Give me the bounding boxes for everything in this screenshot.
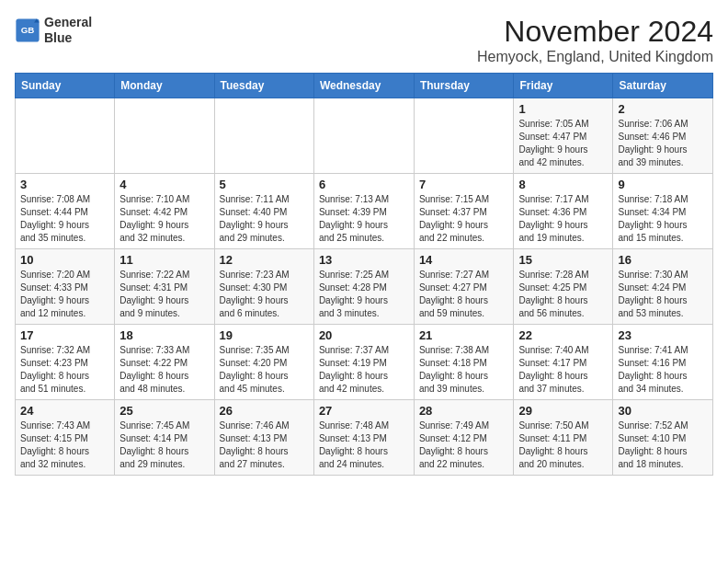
page-header: GB General Blue November 2024 Hemyock, E…	[15, 15, 713, 65]
day-info: Sunrise: 7:11 AM Sunset: 4:40 PM Dayligh…	[220, 193, 309, 245]
calendar-cell: 1Sunrise: 7:05 AM Sunset: 4:47 PM Daylig…	[514, 98, 613, 174]
day-info: Sunrise: 7:46 AM Sunset: 4:13 PM Dayligh…	[220, 419, 309, 471]
month-title: November 2024	[477, 15, 713, 49]
day-number: 13	[319, 253, 409, 267]
calendar-cell: 18Sunrise: 7:33 AM Sunset: 4:22 PM Dayli…	[115, 325, 214, 400]
day-info: Sunrise: 7:27 AM Sunset: 4:27 PM Dayligh…	[419, 269, 509, 320]
logo: GB General Blue	[15, 15, 92, 46]
day-number: 5	[220, 178, 309, 191]
calendar-week-4: 17Sunrise: 7:32 AM Sunset: 4:23 PM Dayli…	[16, 325, 713, 400]
day-number: 16	[618, 253, 708, 267]
calendar-cell: 6Sunrise: 7:13 AM Sunset: 4:39 PM Daylig…	[313, 174, 414, 249]
calendar-cell: 2Sunrise: 7:06 AM Sunset: 4:46 PM Daylig…	[613, 98, 713, 174]
day-number: 25	[119, 404, 209, 418]
calendar-table: SundayMondayTuesdayWednesdayThursdayFrid…	[15, 73, 713, 476]
day-info: Sunrise: 7:40 AM Sunset: 4:17 PM Dayligh…	[518, 344, 608, 396]
header-sunday: Sunday	[16, 74, 115, 98]
calendar-cell: 26Sunrise: 7:46 AM Sunset: 4:13 PM Dayli…	[214, 400, 313, 476]
day-number: 6	[319, 178, 409, 191]
calendar-cell: 7Sunrise: 7:15 AM Sunset: 4:37 PM Daylig…	[414, 174, 514, 249]
calendar-cell: 29Sunrise: 7:50 AM Sunset: 4:11 PM Dayli…	[514, 400, 613, 476]
calendar-cell	[214, 98, 313, 174]
svg-text:GB: GB	[21, 25, 35, 35]
calendar-cell: 17Sunrise: 7:32 AM Sunset: 4:23 PM Dayli…	[16, 325, 115, 400]
day-number: 9	[618, 178, 708, 191]
day-number: 21	[419, 328, 509, 342]
calendar-cell: 21Sunrise: 7:38 AM Sunset: 4:18 PM Dayli…	[414, 325, 514, 400]
header-tuesday: Tuesday	[214, 74, 313, 98]
day-info: Sunrise: 7:18 AM Sunset: 4:34 PM Dayligh…	[618, 193, 708, 245]
day-number: 19	[220, 328, 309, 342]
day-number: 23	[618, 328, 708, 342]
calendar-cell: 30Sunrise: 7:52 AM Sunset: 4:10 PM Dayli…	[613, 400, 713, 476]
day-number: 29	[518, 404, 608, 418]
day-number: 8	[518, 178, 608, 191]
day-number: 28	[419, 404, 509, 418]
calendar-week-1: 1Sunrise: 7:05 AM Sunset: 4:47 PM Daylig…	[16, 98, 713, 174]
day-info: Sunrise: 7:52 AM Sunset: 4:10 PM Dayligh…	[618, 419, 708, 471]
day-info: Sunrise: 7:06 AM Sunset: 4:46 PM Dayligh…	[618, 118, 708, 169]
location-title: Hemyock, England, United Kingdom	[477, 49, 713, 65]
calendar-cell: 22Sunrise: 7:40 AM Sunset: 4:17 PM Dayli…	[514, 325, 613, 400]
calendar-cell: 15Sunrise: 7:28 AM Sunset: 4:25 PM Dayli…	[514, 249, 613, 325]
calendar-cell: 20Sunrise: 7:37 AM Sunset: 4:19 PM Dayli…	[313, 325, 414, 400]
header-saturday: Saturday	[613, 74, 713, 98]
day-info: Sunrise: 7:38 AM Sunset: 4:18 PM Dayligh…	[419, 344, 509, 396]
day-number: 18	[119, 328, 209, 342]
day-info: Sunrise: 7:30 AM Sunset: 4:24 PM Dayligh…	[618, 269, 708, 320]
day-number: 11	[119, 253, 209, 267]
calendar-cell	[115, 98, 214, 174]
calendar-cell: 8Sunrise: 7:17 AM Sunset: 4:36 PM Daylig…	[514, 174, 613, 249]
day-info: Sunrise: 7:35 AM Sunset: 4:20 PM Dayligh…	[220, 344, 309, 396]
day-number: 10	[20, 253, 109, 267]
day-info: Sunrise: 7:41 AM Sunset: 4:16 PM Dayligh…	[618, 344, 708, 396]
calendar-cell: 13Sunrise: 7:25 AM Sunset: 4:28 PM Dayli…	[313, 249, 414, 325]
day-info: Sunrise: 7:49 AM Sunset: 4:12 PM Dayligh…	[419, 419, 509, 471]
day-info: Sunrise: 7:22 AM Sunset: 4:31 PM Dayligh…	[119, 269, 209, 320]
day-info: Sunrise: 7:13 AM Sunset: 4:39 PM Dayligh…	[319, 193, 409, 245]
calendar-cell: 11Sunrise: 7:22 AM Sunset: 4:31 PM Dayli…	[115, 249, 214, 325]
day-info: Sunrise: 7:32 AM Sunset: 4:23 PM Dayligh…	[20, 344, 109, 396]
day-info: Sunrise: 7:25 AM Sunset: 4:28 PM Dayligh…	[319, 269, 409, 320]
calendar-week-5: 24Sunrise: 7:43 AM Sunset: 4:15 PM Dayli…	[16, 400, 713, 476]
day-number: 4	[119, 178, 209, 191]
calendar-cell	[16, 98, 115, 174]
title-area: November 2024 Hemyock, England, United K…	[477, 15, 713, 65]
calendar-cell: 28Sunrise: 7:49 AM Sunset: 4:12 PM Dayli…	[414, 400, 514, 476]
calendar-week-2: 3Sunrise: 7:08 AM Sunset: 4:44 PM Daylig…	[16, 174, 713, 249]
header-monday: Monday	[115, 74, 214, 98]
calendar-cell	[313, 98, 414, 174]
day-number: 7	[419, 178, 509, 191]
calendar-cell: 3Sunrise: 7:08 AM Sunset: 4:44 PM Daylig…	[16, 174, 115, 249]
calendar-cell: 16Sunrise: 7:30 AM Sunset: 4:24 PM Dayli…	[613, 249, 713, 325]
calendar-cell: 25Sunrise: 7:45 AM Sunset: 4:14 PM Dayli…	[115, 400, 214, 476]
day-number: 15	[518, 253, 608, 267]
day-number: 17	[20, 328, 109, 342]
day-number: 1	[518, 102, 608, 116]
day-info: Sunrise: 7:20 AM Sunset: 4:33 PM Dayligh…	[20, 269, 109, 320]
logo-icon: GB	[15, 17, 40, 43]
day-number: 22	[518, 328, 608, 342]
calendar-cell: 10Sunrise: 7:20 AM Sunset: 4:33 PM Dayli…	[16, 249, 115, 325]
calendar-cell: 24Sunrise: 7:43 AM Sunset: 4:15 PM Dayli…	[16, 400, 115, 476]
day-info: Sunrise: 7:10 AM Sunset: 4:42 PM Dayligh…	[119, 193, 209, 245]
calendar-header-row: SundayMondayTuesdayWednesdayThursdayFrid…	[16, 74, 713, 98]
day-number: 2	[618, 102, 708, 116]
day-number: 24	[20, 404, 109, 418]
calendar-cell: 9Sunrise: 7:18 AM Sunset: 4:34 PM Daylig…	[613, 174, 713, 249]
day-number: 27	[319, 404, 409, 418]
day-info: Sunrise: 7:17 AM Sunset: 4:36 PM Dayligh…	[518, 193, 608, 245]
calendar-cell: 27Sunrise: 7:48 AM Sunset: 4:13 PM Dayli…	[313, 400, 414, 476]
day-number: 12	[220, 253, 309, 267]
day-info: Sunrise: 7:05 AM Sunset: 4:47 PM Dayligh…	[518, 118, 608, 169]
calendar-cell: 14Sunrise: 7:27 AM Sunset: 4:27 PM Dayli…	[414, 249, 514, 325]
header-friday: Friday	[514, 74, 613, 98]
day-info: Sunrise: 7:23 AM Sunset: 4:30 PM Dayligh…	[220, 269, 309, 320]
day-info: Sunrise: 7:37 AM Sunset: 4:19 PM Dayligh…	[319, 344, 409, 396]
day-number: 14	[419, 253, 509, 267]
day-info: Sunrise: 7:33 AM Sunset: 4:22 PM Dayligh…	[119, 344, 209, 396]
day-number: 26	[220, 404, 309, 418]
header-thursday: Thursday	[414, 74, 514, 98]
header-wednesday: Wednesday	[313, 74, 414, 98]
day-info: Sunrise: 7:45 AM Sunset: 4:14 PM Dayligh…	[119, 419, 209, 471]
